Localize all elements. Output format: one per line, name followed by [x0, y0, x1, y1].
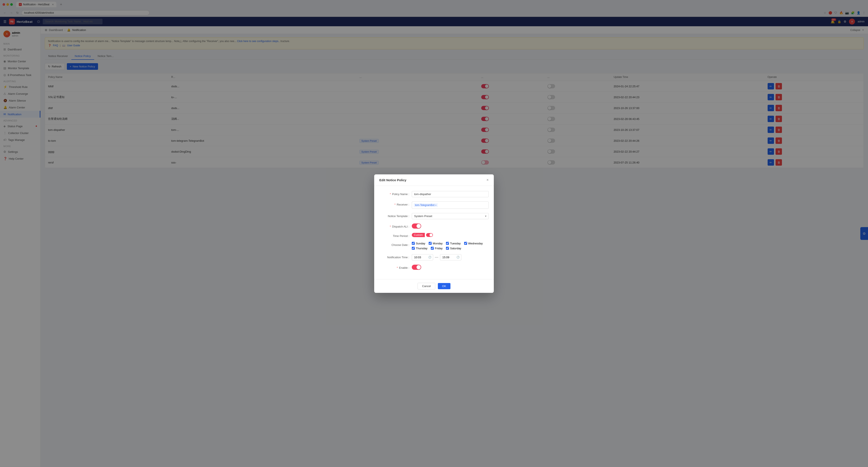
notice-template-row: Notice Template : System Preset ▾ — [379, 213, 489, 219]
tuesday-label: Tuesday — [450, 242, 461, 245]
tag-text: tom-TelegramBot — [415, 204, 434, 207]
dispatch-ali-control — [412, 224, 489, 229]
time-start-wrapper: 🕐 — [412, 254, 433, 260]
enable-label: * Enable : — [379, 265, 409, 269]
policy-name-control — [412, 191, 489, 197]
time-start-clock-icon: 🕐 — [428, 256, 431, 259]
enable-control — [412, 265, 489, 270]
time-inputs: 🕐 — 🕐 — [412, 254, 489, 260]
modal-body: * Policy Name : * Receiver : tom-Telegra… — [374, 186, 494, 279]
monday-label: Monday — [433, 242, 442, 245]
time-end-clock-icon: 🕐 — [457, 256, 460, 259]
time-period-row: Time Period : Custom — [379, 233, 489, 238]
cancel-button[interactable]: Cancel — [417, 283, 435, 290]
receiver-tag: tom-TelegramBot × — [414, 203, 438, 207]
sunday-label: Sunday — [416, 242, 425, 245]
dispatch-ali-label: * Dispatch ALI : — [379, 224, 409, 228]
custom-toggle-thumb — [430, 234, 433, 236]
receiver-label: * Receiver : — [379, 201, 409, 206]
notice-template-control: System Preset ▾ — [412, 213, 489, 219]
policy-name-label: * Policy Name : — [379, 191, 409, 196]
required-indicator: * — [397, 266, 398, 269]
days-checkbox-group: Sunday Monday Tuesday Wednesday — [412, 242, 489, 250]
modal-title: Edit Notice Policy — [379, 178, 406, 182]
choose-date-label: Choose Date : — [379, 242, 409, 246]
time-end-wrapper: 🕐 — [440, 254, 461, 260]
time-period-control: Custom — [412, 233, 489, 237]
enable-row: * Enable : — [379, 265, 489, 270]
tag-remove-icon[interactable]: × — [435, 204, 436, 206]
modal-close-button[interactable]: × — [486, 178, 489, 182]
choose-date-row: Choose Date : Sunday Monday — [379, 242, 489, 250]
template-select[interactable]: System Preset — [412, 213, 489, 219]
policy-name-row: * Policy Name : — [379, 191, 489, 197]
wednesday-label: Wednesday — [468, 242, 483, 245]
checkbox-monday[interactable]: Monday — [429, 242, 442, 245]
required-indicator: * — [395, 203, 396, 206]
notification-time-row: Notification Time : 🕐 — 🕐 — [379, 254, 489, 260]
checkbox-friday[interactable]: Friday — [431, 247, 442, 250]
sunday-checkbox[interactable] — [412, 242, 415, 245]
custom-label: Custom — [412, 233, 425, 237]
receiver-tag-input[interactable]: tom-TelegramBot × — [412, 201, 489, 209]
saturday-checkbox[interactable] — [446, 247, 449, 250]
dispatch-toggle-thumb — [416, 224, 421, 228]
dispatch-ali-row: * Dispatch ALI : — [379, 224, 489, 229]
checkbox-wednesday[interactable]: Wednesday — [464, 242, 483, 245]
notification-time-control: 🕐 — 🕐 — [412, 254, 489, 260]
checkbox-thursday[interactable]: Thursday — [412, 247, 427, 250]
checkbox-sunday[interactable]: Sunday — [412, 242, 425, 245]
friday-label: Friday — [435, 247, 442, 250]
required-indicator: * — [390, 193, 391, 196]
modal-footer: Cancel OK — [374, 279, 494, 293]
wednesday-checkbox[interactable] — [464, 242, 467, 245]
thursday-label: Thursday — [416, 247, 427, 250]
notice-template-label: Notice Template : — [379, 213, 409, 218]
enable-toggle-thumb — [416, 265, 421, 269]
time-period-custom: Custom — [412, 233, 489, 237]
enable-toggle[interactable] — [412, 265, 421, 270]
thursday-checkbox[interactable] — [412, 247, 415, 250]
choose-date-control: Sunday Monday Tuesday Wednesday — [412, 242, 489, 250]
ok-button[interactable]: OK — [438, 283, 451, 289]
custom-toggle[interactable] — [426, 233, 433, 237]
policy-name-input[interactable] — [412, 191, 489, 197]
time-separator: — — [435, 255, 438, 259]
required-indicator: * — [390, 225, 391, 228]
template-select-wrapper: System Preset ▾ — [412, 213, 489, 219]
notification-time-label: Notification Time : — [379, 254, 409, 259]
edit-notice-policy-modal: Edit Notice Policy × * Policy Name : * R… — [374, 174, 494, 293]
modal-header: Edit Notice Policy × — [374, 174, 494, 186]
checkbox-tuesday[interactable]: Tuesday — [446, 242, 461, 245]
modal-overlay: Edit Notice Policy × * Policy Name : * R… — [0, 0, 868, 467]
time-period-label: Time Period : — [379, 233, 409, 238]
tuesday-checkbox[interactable] — [446, 242, 449, 245]
dispatch-ali-toggle[interactable] — [412, 224, 421, 229]
checkbox-saturday[interactable]: Saturday — [446, 247, 461, 250]
receiver-row: * Receiver : tom-TelegramBot × — [379, 201, 489, 209]
monday-checkbox[interactable] — [429, 242, 432, 245]
receiver-control: tom-TelegramBot × — [412, 201, 489, 209]
saturday-label: Saturday — [450, 247, 461, 250]
friday-checkbox[interactable] — [431, 247, 434, 250]
